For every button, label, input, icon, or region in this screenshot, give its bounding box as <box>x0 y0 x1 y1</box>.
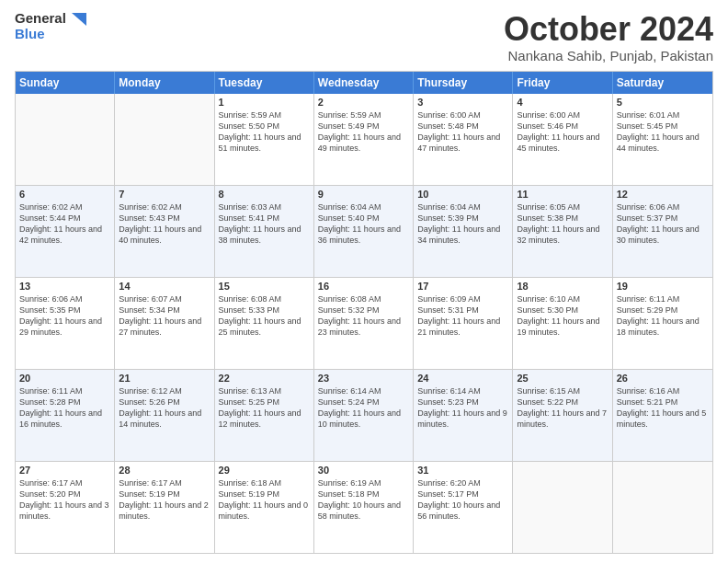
calendar-day-cell: 1 Sunrise: 5:59 AMSunset: 5:50 PMDayligh… <box>215 94 314 185</box>
day-number: 2 <box>318 97 409 108</box>
calendar-day-cell: 28 Sunrise: 6:17 AMSunset: 5:19 PMDaylig… <box>115 462 214 553</box>
day-number: 17 <box>417 281 508 292</box>
cell-info: Sunrise: 6:07 AMSunset: 5:34 PMDaylight:… <box>119 293 210 339</box>
day-number: 29 <box>219 465 310 476</box>
day-number: 7 <box>119 189 210 200</box>
day-number: 8 <box>219 189 310 200</box>
cell-info: Sunrise: 6:08 AMSunset: 5:33 PMDaylight:… <box>219 293 310 339</box>
cell-info: Sunrise: 6:11 AMSunset: 5:28 PMDaylight:… <box>19 385 110 431</box>
day-number: 1 <box>219 97 310 108</box>
calendar-row: 27 Sunrise: 6:17 AMSunset: 5:20 PMDaylig… <box>16 462 712 553</box>
calendar-day-cell: 3 Sunrise: 6:00 AMSunset: 5:48 PMDayligh… <box>414 94 513 185</box>
location: Nankana Sahib, Punjab, Pakistan <box>504 48 713 63</box>
day-number: 21 <box>119 373 210 384</box>
calendar-header: SundayMondayTuesdayWednesdayThursdayFrid… <box>16 72 712 94</box>
cell-info: Sunrise: 6:12 AMSunset: 5:26 PMDaylight:… <box>119 385 210 431</box>
calendar-day-cell: 10 Sunrise: 6:04 AMSunset: 5:39 PMDaylig… <box>414 186 513 277</box>
calendar-row: 13 Sunrise: 6:06 AMSunset: 5:35 PMDaylig… <box>16 278 712 370</box>
cell-info: Sunrise: 6:02 AMSunset: 5:43 PMDaylight:… <box>119 201 210 247</box>
day-number: 27 <box>19 465 110 476</box>
day-number: 6 <box>19 189 110 200</box>
calendar-day-cell: 21 Sunrise: 6:12 AMSunset: 5:26 PMDaylig… <box>115 370 214 461</box>
day-number: 19 <box>617 281 709 292</box>
cell-info: Sunrise: 6:00 AMSunset: 5:48 PMDaylight:… <box>417 109 508 155</box>
calendar-body: 1 Sunrise: 5:59 AMSunset: 5:50 PMDayligh… <box>16 94 712 553</box>
calendar-day-cell: 19 Sunrise: 6:11 AMSunset: 5:29 PMDaylig… <box>613 278 712 369</box>
calendar-day-cell: 17 Sunrise: 6:09 AMSunset: 5:31 PMDaylig… <box>414 278 513 369</box>
cell-info: Sunrise: 6:06 AMSunset: 5:37 PMDaylight:… <box>617 201 709 247</box>
day-number: 23 <box>318 373 409 384</box>
day-number: 9 <box>318 189 409 200</box>
calendar-day-cell: 27 Sunrise: 6:17 AMSunset: 5:20 PMDaylig… <box>16 462 115 553</box>
logo-triangle-icon <box>72 13 86 26</box>
calendar-day-cell: 2 Sunrise: 5:59 AMSunset: 5:49 PMDayligh… <box>314 94 414 185</box>
calendar-day-cell: 16 Sunrise: 6:08 AMSunset: 5:32 PMDaylig… <box>314 278 414 369</box>
day-header-thursday: Thursday <box>414 72 513 94</box>
cell-info: Sunrise: 6:15 AMSunset: 5:22 PMDaylight:… <box>517 385 608 431</box>
day-number: 30 <box>318 465 409 476</box>
calendar-day-cell: 14 Sunrise: 6:07 AMSunset: 5:34 PMDaylig… <box>115 278 214 369</box>
calendar-day-cell: 9 Sunrise: 6:04 AMSunset: 5:40 PMDayligh… <box>314 186 414 277</box>
calendar-day-cell: 12 Sunrise: 6:06 AMSunset: 5:37 PMDaylig… <box>613 186 712 277</box>
header: General Blue October 2024 Nankana Sahib,… <box>15 11 713 63</box>
day-header-tuesday: Tuesday <box>215 72 314 94</box>
cell-info: Sunrise: 6:02 AMSunset: 5:44 PMDaylight:… <box>19 201 110 247</box>
day-number: 24 <box>417 373 508 384</box>
day-number: 26 <box>617 373 709 384</box>
calendar-day-cell: 11 Sunrise: 6:05 AMSunset: 5:38 PMDaylig… <box>513 186 612 277</box>
calendar-day-cell: 18 Sunrise: 6:10 AMSunset: 5:30 PMDaylig… <box>513 278 612 369</box>
day-number: 11 <box>517 189 608 200</box>
day-number: 14 <box>119 281 210 292</box>
cell-info: Sunrise: 6:16 AMSunset: 5:21 PMDaylight:… <box>617 385 709 431</box>
day-header-saturday: Saturday <box>613 72 712 94</box>
day-number: 3 <box>417 97 508 108</box>
day-header-wednesday: Wednesday <box>314 72 414 94</box>
day-number: 31 <box>417 465 508 476</box>
cell-info: Sunrise: 6:09 AMSunset: 5:31 PMDaylight:… <box>417 293 508 339</box>
day-header-monday: Monday <box>115 72 214 94</box>
calendar-day-cell: 31 Sunrise: 6:20 AMSunset: 5:17 PMDaylig… <box>414 462 513 553</box>
calendar: SundayMondayTuesdayWednesdayThursdayFrid… <box>15 71 713 554</box>
svg-marker-0 <box>72 13 86 26</box>
day-number: 25 <box>517 373 608 384</box>
day-header-sunday: Sunday <box>16 72 115 94</box>
day-number: 5 <box>617 97 709 108</box>
day-number: 15 <box>219 281 310 292</box>
day-number: 28 <box>119 465 210 476</box>
cell-info: Sunrise: 6:00 AMSunset: 5:46 PMDaylight:… <box>517 109 608 155</box>
cell-info: Sunrise: 6:06 AMSunset: 5:35 PMDaylight:… <box>19 293 110 339</box>
cell-info: Sunrise: 6:10 AMSunset: 5:30 PMDaylight:… <box>517 293 608 339</box>
cell-info: Sunrise: 6:01 AMSunset: 5:45 PMDaylight:… <box>617 109 709 155</box>
cell-info: Sunrise: 6:19 AMSunset: 5:18 PMDaylight:… <box>318 477 409 523</box>
title-block: October 2024 Nankana Sahib, Punjab, Paki… <box>504 11 713 63</box>
day-header-friday: Friday <box>513 72 612 94</box>
calendar-row: 1 Sunrise: 5:59 AMSunset: 5:50 PMDayligh… <box>16 94 712 186</box>
calendar-row: 6 Sunrise: 6:02 AMSunset: 5:44 PMDayligh… <box>16 186 712 278</box>
calendar-day-cell: 29 Sunrise: 6:18 AMSunset: 5:19 PMDaylig… <box>215 462 314 553</box>
cell-info: Sunrise: 6:20 AMSunset: 5:17 PMDaylight:… <box>417 477 508 523</box>
empty-cell <box>513 462 612 553</box>
cell-info: Sunrise: 6:08 AMSunset: 5:32 PMDaylight:… <box>318 293 409 339</box>
calendar-day-cell: 25 Sunrise: 6:15 AMSunset: 5:22 PMDaylig… <box>513 370 612 461</box>
page: General Blue October 2024 Nankana Sahib,… <box>0 0 728 563</box>
cell-info: Sunrise: 5:59 AMSunset: 5:50 PMDaylight:… <box>219 109 310 155</box>
day-number: 16 <box>318 281 409 292</box>
calendar-day-cell: 22 Sunrise: 6:13 AMSunset: 5:25 PMDaylig… <box>215 370 314 461</box>
calendar-day-cell: 4 Sunrise: 6:00 AMSunset: 5:46 PMDayligh… <box>513 94 612 185</box>
logo: General Blue <box>15 11 86 41</box>
calendar-day-cell: 30 Sunrise: 6:19 AMSunset: 5:18 PMDaylig… <box>314 462 414 553</box>
cell-info: Sunrise: 6:05 AMSunset: 5:38 PMDaylight:… <box>517 201 608 247</box>
day-number: 12 <box>617 189 709 200</box>
calendar-day-cell: 5 Sunrise: 6:01 AMSunset: 5:45 PMDayligh… <box>613 94 712 185</box>
empty-cell <box>16 94 115 185</box>
cell-info: Sunrise: 6:14 AMSunset: 5:23 PMDaylight:… <box>417 385 508 431</box>
calendar-day-cell: 6 Sunrise: 6:02 AMSunset: 5:44 PMDayligh… <box>16 186 115 277</box>
month-title: October 2024 <box>504 11 713 48</box>
cell-info: Sunrise: 6:11 AMSunset: 5:29 PMDaylight:… <box>617 293 709 339</box>
calendar-day-cell: 15 Sunrise: 6:08 AMSunset: 5:33 PMDaylig… <box>215 278 314 369</box>
cell-info: Sunrise: 6:14 AMSunset: 5:24 PMDaylight:… <box>318 385 409 431</box>
day-number: 22 <box>219 373 310 384</box>
calendar-day-cell: 24 Sunrise: 6:14 AMSunset: 5:23 PMDaylig… <box>414 370 513 461</box>
day-number: 4 <box>517 97 608 108</box>
cell-info: Sunrise: 6:04 AMSunset: 5:40 PMDaylight:… <box>318 201 409 247</box>
